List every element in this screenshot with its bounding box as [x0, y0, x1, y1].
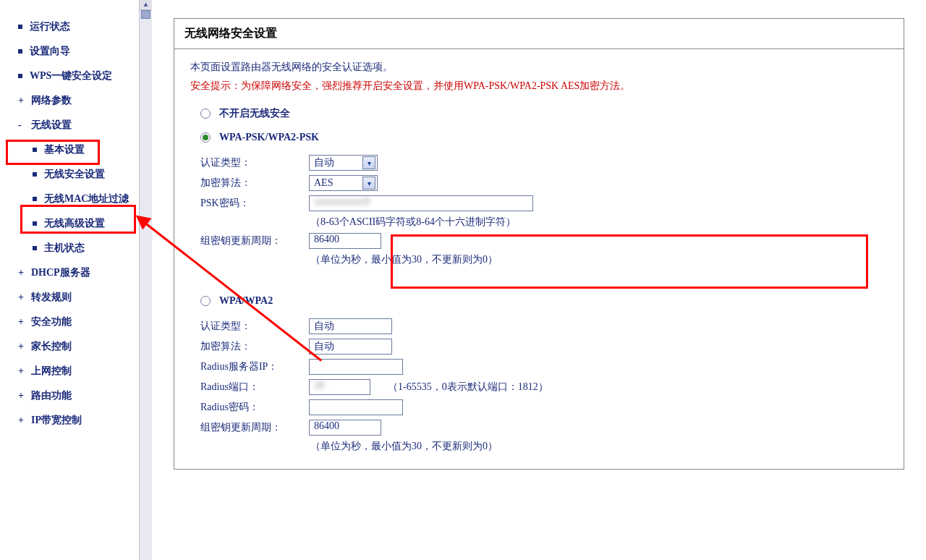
expand-icon: + [18, 365, 25, 377]
expand-icon: + [18, 390, 25, 402]
security-warning: 安全提示：为保障网络安全，强烈推荐开启安全设置，并使用WPA-PSK/WPA2-… [190, 78, 888, 94]
auth-type-select[interactable]: 自动 ▾ [309, 155, 378, 171]
select-value: 自动 [314, 320, 334, 333]
encryption-select-2[interactable]: 自动 ▾ [309, 339, 392, 355]
nav-run-status[interactable]: 运行状态 [0, 14, 152, 39]
collapse-icon: - [18, 119, 25, 131]
nav-basic-settings[interactable]: 基本设置 [0, 137, 152, 162]
select-value: 自动 [314, 156, 334, 169]
nav-host-status[interactable]: 主机状态 [0, 236, 152, 260]
nav-network-params[interactable]: +网络参数 [0, 88, 152, 113]
panel-wireless-security: 无线网络安全设置 本页面设置路由器无线网络的安全认证选项。 安全提示：为保障网络… [174, 18, 904, 470]
radius-pwd-label: Radius密码： [200, 401, 309, 414]
scroll-up-icon[interactable]: ▲ [140, 0, 152, 10]
bullet-icon [33, 148, 37, 152]
bullet-icon [18, 49, 22, 54]
bullet-icon [33, 221, 37, 226]
option-wpa-psk[interactable]: WPA-PSK/WPA2-PSK [200, 132, 888, 143]
radius-port-hint: （1-65535，0表示默认端口：1812） [388, 381, 548, 394]
nav-label: 安全功能 [31, 315, 72, 328]
psk-password-input[interactable]: xxxxxxxxxx9 [309, 195, 533, 211]
radius-ip-label: Radius服务器IP： [200, 360, 309, 373]
nav-label: 无线MAC地址过滤 [44, 192, 129, 205]
sidebar: ▲ 运行状态 设置向导 WPS一键安全设定 +网络参数 -无线设置 基本设置 无… [0, 0, 152, 560]
select-value: 自动 [314, 340, 334, 353]
nav-label: 网络参数 [31, 94, 72, 107]
rekey-label-2: 组密钥更新周期： [200, 421, 309, 434]
nav-forward-rules[interactable]: +转发规则 [0, 285, 152, 310]
bullet-icon [33, 197, 37, 201]
nav-dhcp[interactable]: +DHCP服务器 [0, 260, 152, 285]
obscured-value: 18 [314, 380, 324, 391]
auth-type-label: 认证类型： [200, 156, 309, 169]
input-value: 86400 [314, 234, 339, 245]
radius-ip-input[interactable] [309, 359, 403, 375]
nav-label: 运行状态 [30, 20, 70, 33]
bullet-icon [33, 172, 37, 177]
nav-wireless-security[interactable]: 无线安全设置 [0, 162, 152, 187]
nav-label: 基本设置 [44, 143, 85, 156]
radius-port-input[interactable]: 18 [309, 379, 370, 395]
nav-wireless-advanced[interactable]: 无线高级设置 [0, 211, 152, 236]
nav-label: 设置向导 [30, 45, 70, 58]
option-disable-security[interactable]: 不开启无线安全 [200, 107, 888, 120]
panel-title: 无线网络安全设置 [174, 19, 904, 49]
psk-hint: （8-63个ASCII码字符或8-64个十六进制字符） [310, 216, 888, 229]
nav-label: 主机状态 [44, 242, 85, 255]
option-label: WPA-PSK/WPA2-PSK [219, 132, 319, 143]
option-wpa[interactable]: WPA/WPA2 [200, 295, 888, 307]
rekey-input[interactable]: 86400 [309, 233, 381, 249]
nav-parental[interactable]: +家长控制 [0, 334, 152, 359]
nav-wps[interactable]: WPS一键安全设定 [0, 64, 152, 88]
nav-wireless-settings[interactable]: -无线设置 [0, 113, 152, 137]
sidebar-scrollbar[interactable]: ▲ [139, 0, 152, 560]
nav-label: 无线安全设置 [44, 168, 105, 181]
auth-type-select-2[interactable]: 自动 ▾ [309, 318, 392, 334]
nav-label: 转发规则 [31, 291, 72, 304]
nav-routing[interactable]: +路由功能 [0, 383, 152, 408]
nav-label: DHCP服务器 [31, 266, 90, 279]
encryption-label-2: 加密算法： [200, 340, 309, 353]
encryption-label: 加密算法： [200, 177, 309, 190]
nav-label: 无线高级设置 [44, 217, 105, 230]
nav-mac-filter[interactable]: 无线MAC地址过滤 [0, 187, 152, 211]
rekey-hint: （单位为秒，最小值为30，不更新则为0） [310, 253, 888, 266]
radius-pwd-input[interactable] [309, 399, 403, 415]
expand-icon: + [18, 267, 25, 279]
nav-access-control[interactable]: +上网控制 [0, 359, 152, 383]
nav-label: 路由功能 [31, 389, 72, 402]
expand-icon: + [18, 95, 25, 106]
intro-text: 本页面设置路由器无线网络的安全认证选项。 [190, 61, 888, 74]
option-label: 不开启无线安全 [219, 107, 290, 120]
radio-icon[interactable] [200, 109, 211, 119]
bullet-icon [33, 246, 37, 250]
radio-icon[interactable] [200, 296, 211, 306]
nav-security[interactable]: +安全功能 [0, 310, 152, 334]
bullet-icon [18, 74, 22, 78]
encryption-select[interactable]: AES ▾ [309, 175, 378, 191]
input-value: 86400 [314, 420, 339, 431]
expand-icon: + [18, 341, 25, 352]
rekey-label: 组密钥更新周期： [200, 234, 309, 247]
expand-icon: + [18, 292, 25, 303]
nav-label: 家长控制 [31, 340, 72, 353]
expand-icon: + [18, 316, 25, 328]
obscured-value: xxxxxxxxxx9 [314, 196, 370, 207]
chevron-down-icon: ▾ [362, 156, 375, 169]
auth-type-label-2: 认证类型： [200, 320, 309, 333]
nav-label: 无线设置 [31, 119, 72, 132]
nav-label: WPS一键安全设定 [30, 69, 112, 82]
main-content: 无线网络安全设置 本页面设置路由器无线网络的安全认证选项。 安全提示：为保障网络… [152, 0, 926, 560]
radius-port-label: Radius端口： [200, 381, 309, 394]
psk-password-label: PSK密码： [200, 197, 309, 210]
nav-bandwidth[interactable]: +IP带宽控制 [0, 408, 152, 433]
radio-selected-icon[interactable] [200, 132, 211, 143]
bullet-icon [18, 25, 22, 29]
expand-icon: + [18, 415, 25, 426]
select-value: AES [314, 177, 333, 189]
chevron-down-icon: ▾ [362, 177, 375, 190]
rekey-hint-2: （单位为秒，最小值为30，不更新则为0） [310, 440, 888, 453]
scrollbar-thumb[interactable] [141, 10, 150, 19]
rekey-input-2[interactable]: 86400 [309, 420, 381, 436]
nav-setup-wizard[interactable]: 设置向导 [0, 39, 152, 64]
